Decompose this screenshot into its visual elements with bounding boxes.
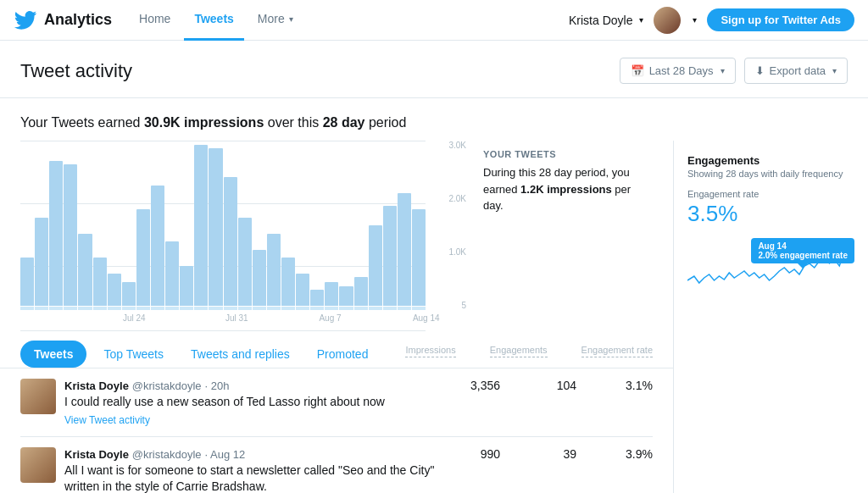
tweet-time: · 20h [205,379,230,392]
page-header: Tweet activity 📅 Last 28 Days ▾ ⬇ Export… [0,41,868,98]
page-title: Tweet activity [20,60,132,82]
bar-column [339,141,353,310]
tab-promoted[interactable]: Promoted [303,341,382,368]
bar-column [224,141,237,310]
tweet-author: Krista Doyle [64,379,129,392]
engagements-subtitle: Showing 28 days with daily frequency [687,169,854,179]
chart-sidebar: YOUR TWEETS During this 28 day period, y… [483,141,653,330]
chart-main: 3.0K 2.0K 1.0K 5 Jul 24Jul 31Aug 7Aug 14 [20,141,466,330]
bar-column [108,141,121,310]
bar-column [369,141,382,310]
nav-home[interactable]: Home [129,0,181,41]
right-panel: Engagements Showing 28 days with daily f… [673,141,868,493]
chart-section: 3.0K 2.0K 1.0K 5 Jul 24Jul 31Aug 7Aug 14… [0,141,673,330]
user-chevron-icon: ▾ [639,15,643,25]
bar-column [93,141,107,310]
bar-column [122,141,136,310]
tweet-avatar [20,447,56,483]
tweet-list: Krista Doyle @kristakdoyle · 20h I could… [0,368,673,493]
bar-column [354,141,368,310]
calendar-icon: 📅 [631,64,644,77]
tweet-text: I could really use a new season of Ted L… [64,394,449,411]
tweet-handle: @kristakdoyle [132,448,202,461]
tweet-text: All I want is for someone to start a new… [64,463,449,493]
x-label: Aug 7 [319,313,341,323]
navbar: Analytics Home Tweets More ▾ Krista Doyl… [0,0,868,41]
bar-column [209,141,222,310]
tweet-avatar [20,379,56,414]
export-button[interactable]: ⬇ Export data ▾ [744,58,849,84]
nav-tweets[interactable]: Tweets [184,0,243,41]
main-left: 3.0K 2.0K 1.0K 5 Jul 24Jul 31Aug 7Aug 14… [0,141,673,493]
chevron-down-icon: ▾ [289,14,293,24]
nav-more[interactable]: More ▾ [248,0,303,41]
x-label: Jul 24 [123,313,146,323]
nav-links: Home Tweets More ▾ [129,0,552,41]
tweet-content: Krista Doyle @kristakdoyle · 20h I could… [64,379,449,426]
bar-column [383,141,397,310]
engagement-rate-label: Engagement rate [687,189,854,199]
tweet-stats: 990 39 3.9% [458,447,653,461]
header-actions: 📅 Last 28 Days ▾ ⬇ Export data ▾ [620,58,848,84]
bar-column [238,141,252,310]
mini-chart: Aug 14 2.0% engagement rate [687,234,854,302]
tweet-engagements: 104 [534,379,576,392]
col-engagements[interactable]: Engagements [490,345,548,357]
x-label: Jul 31 [225,313,248,323]
app-brand: Analytics [44,11,112,29]
impressions-summary: Your Tweets earned 30.9K impressions ove… [0,98,868,141]
bar-column [267,141,281,310]
tab-tweets-and-replies[interactable]: Tweets and replies [177,341,303,368]
tweet-handle: @kristakdoyle [132,379,202,392]
tab-tweets[interactable]: Tweets [20,341,86,368]
export-chevron-icon: ▾ [832,66,837,75]
tweet-impressions: 3,356 [458,379,500,392]
col-impressions[interactable]: Impressions [405,345,455,357]
engagement-rate-value: 3.5% [687,201,854,227]
bar-column [253,141,266,310]
navbar-logo: Analytics [14,11,112,30]
col-headers: Impressions Engagements Engagement rate [405,345,653,364]
avatar-chevron-icon: ▾ [693,15,697,25]
bar-column [398,141,411,310]
tweet-author: Krista Doyle [64,448,129,461]
bar-column [180,141,193,310]
tweet-row: Krista Doyle @kristakdoyle · 20h I could… [20,368,653,437]
bar-column [151,141,164,310]
tweet-engagement-rate: 3.9% [610,447,653,461]
main-content: 3.0K 2.0K 1.0K 5 Jul 24Jul 31Aug 7Aug 14… [0,141,868,493]
engagements-title: Engagements [687,154,854,167]
bar-column [281,141,295,310]
tweet-content: Krista Doyle @kristakdoyle · Aug 12 All … [64,447,449,493]
tweet-time: · Aug 12 [205,448,246,461]
twitter-bird-icon [14,11,37,30]
bar-column [412,141,426,310]
bar-column [296,141,309,310]
tweet-row: Krista Doyle @kristakdoyle · Aug 12 All … [20,437,653,493]
signup-twitter-ads-button[interactable]: Sign up for Twitter Ads [707,8,854,31]
bar-chart: 3.0K 2.0K 1.0K 5 [20,141,466,310]
bar-column [310,141,324,310]
x-label: Aug 14 [413,313,440,323]
col-engagement-rate[interactable]: Engagement rate [581,345,653,357]
bar-column [78,141,92,310]
view-tweet-activity-link[interactable]: View Tweet activity [64,414,449,426]
tab-top-tweets[interactable]: Top Tweets [90,341,177,368]
y-axis-labels: 3.0K 2.0K 1.0K 5 [429,141,466,310]
user-menu[interactable]: Krista Doyle ▾ [569,14,643,27]
date-range-button[interactable]: 📅 Last 28 Days ▾ [620,58,736,84]
tweet-stats: 3,356 104 3.1% [458,379,653,392]
download-icon: ⬇ [755,64,765,77]
bar-column [194,141,208,310]
bar-column [64,141,77,310]
tweet-impressions: 990 [458,447,500,461]
tabs-row: Tweets Top Tweets Tweets and replies Pro… [0,330,673,368]
engagement-tooltip: Aug 14 2.0% engagement rate [751,238,854,263]
user-name: Krista Doyle [569,14,632,27]
date-chevron-icon: ▾ [721,66,725,75]
bar-column [136,141,150,310]
x-axis-labels: Jul 24Jul 31Aug 7Aug 14 [20,313,466,330]
bar-column [35,141,48,310]
avatar[interactable] [654,7,681,34]
tweet-engagement-rate: 3.1% [610,379,653,392]
